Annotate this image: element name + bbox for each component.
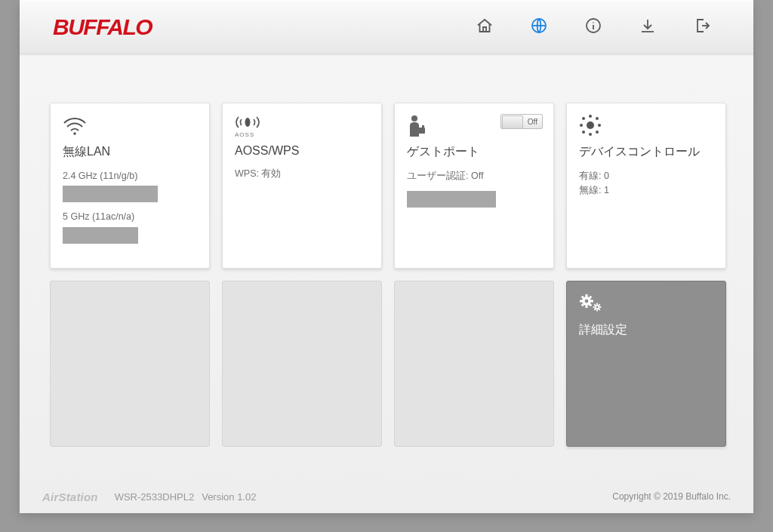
copyright: Copyright © 2019 Buffalo Inc. [612,491,731,502]
home-icon [476,17,494,38]
svg-point-11 [580,124,583,127]
download-icon [639,17,657,38]
aoss-sub-label: AOSS [235,131,254,138]
wlan-5-ssid-masked [63,227,138,244]
wps-status: WPS: 有効 [235,167,369,181]
svg-point-28 [596,306,599,309]
firmware-version: Version 1.02 [202,491,256,503]
nav-logout-button[interactable] [675,0,729,54]
brand-logo: BUFFALO [53,14,152,40]
model-number: WSR-2533DHPL2 [115,491,195,503]
card-title: AOSS/WPS [235,144,369,158]
wireless-count: 無線: 1 [579,183,713,198]
card-device-control[interactable]: デバイスコントロール 有線: 0 無線: 1 [566,103,726,269]
wifi-icon [63,114,197,140]
nav-globe-button[interactable] [512,0,566,54]
svg-point-15 [582,131,585,134]
svg-point-18 [585,300,589,303]
card-title: デバイスコントロール [579,144,713,160]
footer-bar: AirStation WSR-2533DHPL2 Version 1.02 Co… [20,480,753,513]
devices-icon [579,114,713,140]
wlan-5-label: 5 GHz (11ac/n/a) [63,210,197,224]
wlan-24-ssid-masked [63,186,158,202]
svg-point-2 [593,22,594,23]
svg-point-12 [598,124,601,127]
svg-point-10 [589,133,592,136]
app-window: BUFFALO [20,0,753,513]
guest-toggle[interactable]: Off [500,114,543,129]
card-empty-1 [50,281,210,447]
card-empty-2 [222,281,382,447]
svg-point-16 [596,131,599,134]
card-guest-port[interactable]: Off ゲストポート ユーザー認証: Off [394,103,554,269]
aoss-icon: AOSS [235,114,369,140]
svg-line-26 [590,297,591,298]
svg-rect-6 [417,128,425,134]
svg-line-33 [594,304,595,305]
svg-point-3 [73,132,76,135]
svg-line-24 [590,304,591,306]
svg-line-36 [599,304,600,305]
guest-ssid-masked [407,191,496,208]
nav-home-button[interactable] [457,0,512,54]
logout-icon [693,17,711,38]
svg-point-4 [245,118,251,127]
svg-point-8 [587,121,594,129]
header-bar: BUFFALO [20,0,753,54]
svg-line-34 [599,309,600,310]
svg-line-35 [594,309,595,310]
guest-auth-status: ユーザー認証: Off [407,169,541,183]
card-advanced-settings[interactable]: 詳細設定 [566,281,726,447]
gears-icon [579,292,713,318]
guest-toggle-label: Off [528,118,537,126]
card-empty-3 [394,281,554,447]
info-icon [584,17,602,38]
svg-point-13 [582,117,585,120]
card-title: 詳細設定 [579,322,713,338]
wired-count: 有線: 0 [579,169,713,183]
card-wireless-lan[interactable]: 無線LAN 2.4 GHz (11n/g/b) 5 GHz (11ac/n/a) [50,103,210,269]
product-line: AirStation [42,490,98,503]
svg-rect-7 [422,125,424,128]
content-area: 無線LAN 2.4 GHz (11n/g/b) 5 GHz (11ac/n/a)… [20,54,753,480]
wlan-24-label: 2.4 GHz (11n/g/b) [63,169,197,183]
svg-line-23 [582,297,584,298]
dashboard-grid: 無線LAN 2.4 GHz (11n/g/b) 5 GHz (11ac/n/a)… [50,103,723,447]
svg-point-5 [411,115,417,121]
card-title: 無線LAN [63,144,197,160]
card-aoss-wps[interactable]: AOSS AOSS/WPS WPS: 有効 [222,103,382,269]
nav-info-button[interactable] [566,0,621,54]
svg-line-25 [582,304,584,306]
globe-icon [530,17,548,38]
nav-download-button[interactable] [621,0,675,54]
card-title: ゲストポート [407,144,541,160]
svg-point-14 [596,117,599,120]
svg-point-9 [589,115,592,118]
